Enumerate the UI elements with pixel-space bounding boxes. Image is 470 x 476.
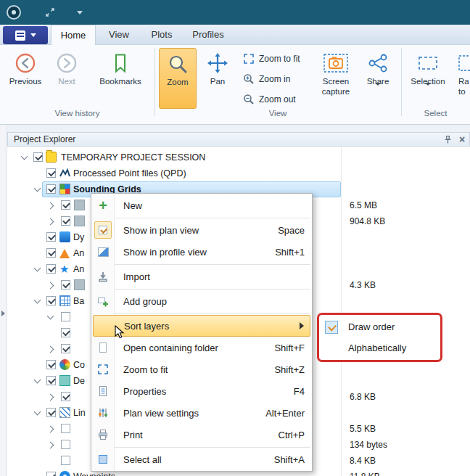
- menu-item-import[interactable]: Import: [91, 266, 312, 287]
- lines-layer-icon: [59, 407, 70, 418]
- bookmarks-label: Bookmarks: [94, 77, 147, 86]
- zoom-button[interactable]: Zoom: [159, 48, 197, 109]
- quick-access-caret-icon[interactable]: [77, 11, 83, 15]
- zoom-out-button[interactable]: Zoom out: [240, 90, 313, 109]
- checkbox[interactable]: [46, 376, 56, 385]
- tab-view[interactable]: View: [100, 25, 138, 45]
- folder-icon: [46, 152, 57, 163]
- menu-item-print[interactable]: Print Ctrl+P: [91, 424, 312, 446]
- zoom-in-button[interactable]: Zoom in: [240, 70, 313, 89]
- menu-item-plan-view-settings[interactable]: Plan view settings Alt+Enter: [91, 402, 312, 424]
- menu-separator: [93, 289, 310, 290]
- tab-home[interactable]: Home: [51, 25, 96, 46]
- submenu-item-alphabetically[interactable]: Alphabetically: [319, 337, 440, 358]
- screen-capture-label-2: capture: [315, 87, 357, 96]
- checkbox[interactable]: [61, 344, 70, 353]
- checkbox[interactable]: [46, 184, 56, 194]
- checkbox[interactable]: [46, 296, 56, 305]
- checkbox[interactable]: [61, 216, 70, 226]
- previous-button[interactable]: Previous: [6, 48, 45, 109]
- menu-separator: [93, 218, 310, 218]
- checkbox[interactable]: [61, 280, 70, 290]
- tab-plots[interactable]: Plots: [142, 25, 181, 45]
- select-all-icon: [96, 453, 110, 466]
- import-icon: [96, 270, 110, 283]
- checkbox[interactable]: [46, 248, 56, 258]
- submenu-item-label: Draw order: [348, 321, 395, 332]
- chevron-down-icon[interactable]: [34, 265, 41, 272]
- next-button[interactable]: Next: [48, 48, 86, 109]
- menu-item-show-in-profile-view[interactable]: Show in profile view Shift+1: [91, 241, 312, 263]
- screen-capture-button[interactable]: Screen capture: [315, 48, 357, 109]
- chevron-down-icon[interactable]: [34, 377, 41, 384]
- raster-button-partial[interactable]: Ra to: [454, 48, 470, 109]
- zoom-in-icon: [243, 73, 255, 85]
- close-icon[interactable]: ×: [459, 133, 465, 146]
- tab-profiles[interactable]: Profiles: [184, 25, 232, 45]
- checkbox[interactable]: [46, 408, 56, 417]
- menu-shortcut: Shift+1: [275, 247, 305, 258]
- selection-button[interactable]: Selection: [405, 48, 451, 109]
- chevron-right-icon[interactable]: [47, 442, 54, 449]
- chevron-down-icon[interactable]: [34, 185, 41, 192]
- sort-layers-submenu: Draw order Alphabetically: [317, 313, 442, 362]
- checkbox[interactable]: [61, 200, 70, 210]
- pin-icon[interactable]: [443, 135, 453, 144]
- menu-item-new[interactable]: + New: [91, 194, 312, 216]
- properties-icon: [96, 385, 110, 398]
- checkbox[interactable]: [61, 328, 70, 337]
- checkbox[interactable]: [46, 232, 56, 242]
- sounding-grids-icon: [59, 184, 70, 194]
- checkbox[interactable]: [46, 360, 56, 369]
- menu-item-zoom-to-fit[interactable]: Zoom to fit Shift+Z: [91, 358, 312, 380]
- raster-icon: [457, 52, 470, 74]
- pan-button[interactable]: Pan: [199, 48, 236, 109]
- point-files-icon: [59, 168, 70, 178]
- menu-item-properties[interactable]: Properties F4: [91, 380, 312, 402]
- chevron-right-icon[interactable]: [47, 282, 54, 290]
- fullscreen-icon[interactable]: [45, 7, 55, 17]
- zoom-to-fit-button[interactable]: Zoom to fit: [240, 49, 313, 68]
- menu-shortcut: Ctrl+P: [279, 430, 305, 440]
- previous-icon: [15, 52, 36, 74]
- checkbox[interactable]: [61, 312, 70, 321]
- menu-item-select-all[interactable]: Select all Shift+A: [91, 448, 312, 470]
- menu-item-add-group[interactable]: Add group: [91, 290, 312, 312]
- next-icon: [56, 52, 78, 74]
- checkbox[interactable]: [61, 392, 70, 401]
- chevron-right-icon[interactable]: [47, 218, 54, 226]
- pan-icon: [207, 52, 228, 74]
- item-size: 6.8 KB: [350, 392, 376, 402]
- menu-item-label: Show in plan view: [123, 225, 199, 236]
- chevron-right-icon[interactable]: [47, 202, 54, 210]
- tree-row[interactable]: TEMPORARY PROJECT SESSION: [0, 149, 470, 165]
- application-menu-button[interactable]: [3, 26, 48, 44]
- submenu-item-draw-order[interactable]: Draw order: [319, 316, 440, 337]
- checkbox[interactable]: [61, 440, 70, 449]
- chevron-right-icon[interactable]: [47, 346, 54, 353]
- waypoints-icon: [59, 471, 70, 476]
- chevron-down-icon[interactable]: [47, 313, 54, 320]
- zoom-out-label: Zoom out: [259, 94, 296, 104]
- chevron-right-icon[interactable]: [47, 394, 54, 401]
- bookmarks-button[interactable]: Bookmarks: [94, 48, 147, 109]
- chevron-down-icon[interactable]: [34, 409, 41, 416]
- checkbox[interactable]: [46, 168, 56, 178]
- checkbox[interactable]: [61, 456, 70, 465]
- layer-icon: [74, 279, 85, 290]
- bookmark-icon: [110, 52, 131, 74]
- checkbox[interactable]: [33, 152, 43, 162]
- checkbox[interactable]: [46, 264, 56, 274]
- chevron-down-icon[interactable]: [21, 153, 28, 160]
- menu-separator: [93, 264, 310, 265]
- chevron-right-icon[interactable]: [47, 426, 54, 433]
- zoom-in-label: Zoom in: [259, 74, 290, 84]
- checkbox[interactable]: [61, 424, 70, 433]
- share-button[interactable]: Share: [360, 48, 396, 109]
- chevron-down-icon[interactable]: [34, 297, 41, 304]
- menu-item-show-in-plan-view[interactable]: Show in plan view Space: [91, 219, 312, 241]
- checkbox[interactable]: [46, 472, 56, 476]
- menu-item-label: Open containing folder: [123, 342, 218, 353]
- group-separator: [401, 48, 402, 116]
- tree-row[interactable]: Processed Point files (QPD): [0, 165, 470, 181]
